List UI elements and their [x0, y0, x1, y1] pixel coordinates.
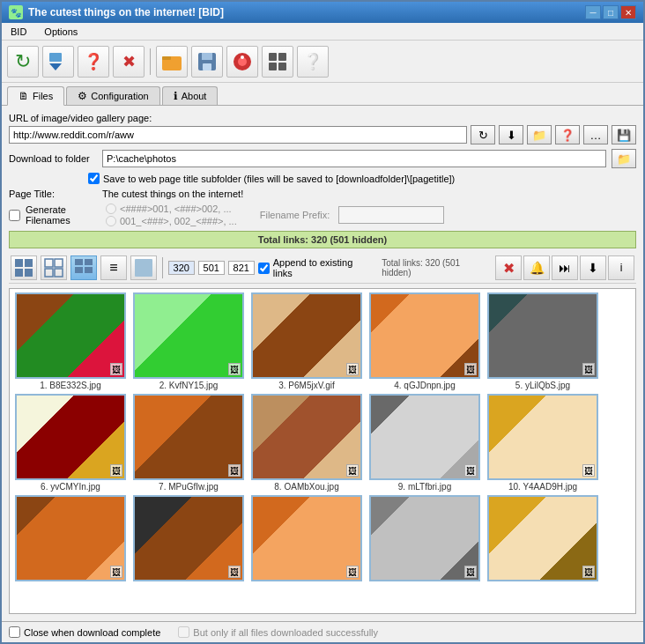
thumb-icon-4: 🖼 — [464, 363, 477, 375]
list-item[interactable]: 🖼 1. B8E332S.jpg — [13, 292, 128, 390]
thumbnail-2[interactable]: 🖼 — [133, 292, 244, 379]
url-folder-button[interactable]: 📁 — [527, 125, 552, 144]
list-item[interactable]: 🖼 — [131, 495, 246, 583]
tab-files[interactable]: 🗎 Files — [7, 86, 64, 106]
tab-about[interactable]: ℹ About — [162, 86, 219, 105]
folder-input[interactable] — [102, 150, 606, 167]
list-item[interactable]: 🖼 2. KvfNY15.jpg — [131, 292, 246, 390]
thumbnail-14[interactable]: 🖼 — [369, 495, 480, 581]
url-input[interactable] — [9, 126, 467, 144]
thumbnail-3[interactable]: 🖼 — [251, 292, 362, 379]
thumb-label-9: 9. mLTfbri.jpg — [369, 482, 480, 492]
help-button[interactable]: ❓ — [78, 46, 109, 78]
folder-button[interactable] — [156, 46, 188, 78]
radio-2-label: 001_<###>, 002_<###>, ... — [120, 216, 237, 226]
maximize-button[interactable]: □ — [603, 5, 619, 19]
thumb-icon-14: 🖼 — [464, 566, 477, 578]
skip-button[interactable]: ⏭ — [552, 255, 578, 280]
url-help-button[interactable]: ❓ — [555, 125, 580, 144]
url-save-button[interactable]: 💾 — [612, 125, 636, 144]
list-item[interactable]: 🖼 6. yvCMYIn.jpg — [13, 394, 128, 492]
list-item[interactable]: 🖼 7. MPuGfIw.jpg — [131, 394, 246, 492]
svg-rect-15 — [25, 259, 33, 267]
large-thumb-button[interactable] — [130, 255, 157, 280]
but-only-checkbox[interactable] — [178, 626, 189, 638]
save-button[interactable] — [191, 46, 223, 78]
close-button[interactable]: ✕ — [620, 5, 636, 19]
list-view-button[interactable]: ≡ — [100, 255, 127, 280]
svg-rect-5 — [202, 53, 212, 60]
url-refresh-button[interactable]: ↻ — [471, 125, 495, 144]
thumbnail-5[interactable]: 🖼 — [487, 292, 598, 379]
minimize-button[interactable]: ─ — [585, 5, 601, 19]
save-subfolder-checkbox[interactable] — [88, 173, 100, 184]
close-when-done-checkbox[interactable] — [9, 626, 20, 638]
thumbnail-11[interactable]: 🖼 — [15, 495, 126, 581]
filename-prefix-input[interactable] — [338, 206, 444, 224]
svg-rect-23 — [85, 259, 93, 265]
thumbnail-9[interactable]: 🖼 — [369, 394, 480, 480]
url-more-button[interactable]: … — [583, 125, 608, 144]
radio-sequential[interactable] — [106, 204, 116, 214]
thumbnail-8[interactable]: 🖼 — [251, 394, 362, 480]
config-tab-icon: ⚙ — [78, 90, 87, 102]
radio-prefix[interactable] — [106, 216, 116, 226]
list-item[interactable]: 🖼 3. P6M5jxV.gif — [249, 292, 364, 390]
secondary-toolbar: ≡ 320 501 821 Append to existing links T… — [9, 253, 636, 284]
list-item[interactable]: 🖼 5. yLilQbS.jpg — [486, 292, 600, 390]
tab-configuration[interactable]: ⚙ Configuration — [66, 86, 159, 105]
stop-button[interactable]: ✖ — [113, 46, 145, 78]
thumbnail-7[interactable]: 🖼 — [133, 394, 244, 480]
list-item[interactable]: 🖼 4. qGJDnpn.jpg — [367, 292, 482, 390]
filter-button[interactable]: 🔔 — [523, 255, 550, 280]
select-all-button[interactable] — [11, 255, 37, 280]
info-button[interactable]: i — [608, 255, 634, 280]
thumbnail-6[interactable]: 🖼 — [15, 394, 126, 480]
menu-bar: BID Options — [2, 23, 643, 41]
generate-filenames-checkbox[interactable] — [9, 210, 20, 221]
thumbnail-15[interactable]: 🖼 — [487, 495, 598, 581]
status-bar: Close when download complete But only if… — [2, 621, 643, 642]
list-item[interactable]: 🖼 — [486, 495, 600, 583]
main-window: 🐾 The cutest things on the internet! [BI… — [0, 0, 645, 644]
download-button[interactable]: ⬇ — [580, 255, 606, 280]
url-download-button[interactable]: ⬇ — [499, 125, 523, 144]
list-item[interactable]: 🖼 — [249, 495, 364, 583]
grid-row-2: 🖼 6. yvCMYIn.jpg 🖼 7. MPuGfIw.jpg 🖼 — [13, 394, 632, 492]
tb2-separator — [162, 257, 163, 278]
list-item[interactable]: 🖼 — [13, 495, 128, 583]
thumb-icon-10: 🖼 — [582, 464, 595, 477]
about-button[interactable]: ❔ — [297, 46, 329, 78]
folder-browse-button[interactable]: 📁 — [612, 149, 636, 168]
thumbnail-10[interactable]: 🖼 — [487, 394, 598, 480]
svg-rect-18 — [45, 259, 53, 267]
svg-rect-24 — [75, 267, 83, 273]
grid-view-button[interactable] — [262, 46, 293, 78]
content-area: URL of image/video gallery page: ↻ ⬇ 📁 ❓… — [2, 106, 643, 621]
list-item[interactable]: 🖼 8. OAMbXou.jpg — [249, 394, 364, 492]
settings-dial-button[interactable] — [226, 46, 258, 78]
download-page-button[interactable] — [42, 46, 74, 78]
menu-options[interactable]: Options — [39, 26, 83, 38]
files-tab-icon: 🗎 — [19, 90, 29, 102]
thumbnail-13[interactable]: 🖼 — [251, 495, 362, 581]
thumbnail-4[interactable]: 🖼 — [369, 292, 480, 379]
delete-button[interactable]: ✖ — [495, 255, 522, 280]
refresh-button[interactable]: ↻ — [7, 46, 39, 78]
list-item[interactable]: 🖼 10. Y4AAD9H.jpg — [486, 394, 600, 492]
thumb-icon-6: 🖼 — [110, 464, 122, 477]
save-subfolder-row: Save to web page title subfolder (files … — [9, 173, 636, 184]
svg-rect-20 — [45, 269, 53, 277]
image-grid-scroll[interactable]: 🖼 1. B8E332S.jpg 🖼 2. KvfNY15.jpg 🖼 — [10, 289, 635, 613]
total-count: 821 — [228, 261, 255, 275]
list-item[interactable]: 🖼 — [367, 495, 482, 583]
thumbnail-1[interactable]: 🖼 — [15, 292, 126, 379]
select-none-button[interactable] — [41, 255, 67, 280]
thumbnail-12[interactable]: 🖼 — [133, 495, 244, 581]
thumbnail-view-button[interactable] — [70, 255, 97, 280]
list-item[interactable]: 🖼 9. mLTfbri.jpg — [367, 394, 482, 492]
append-checkbox[interactable] — [258, 263, 270, 274]
menu-bid[interactable]: BID — [5, 26, 32, 38]
thumb-label-10: 10. Y4AAD9H.jpg — [487, 482, 598, 492]
window-title: The cutest things on the internet! [BID] — [28, 6, 224, 19]
